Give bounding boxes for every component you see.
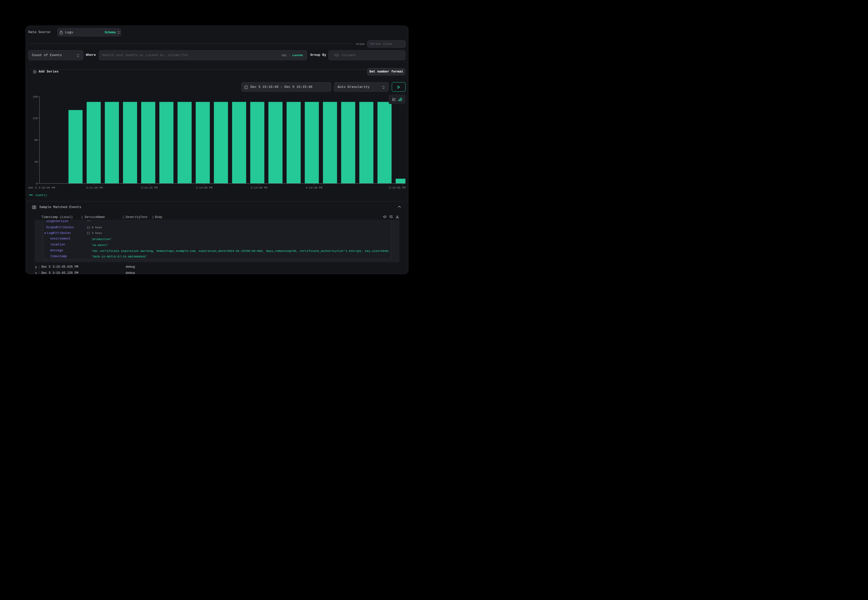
svg-text:0: 0 [36,182,38,185]
svg-text:40: 40 [34,161,38,164]
svg-text:3:13:00 PM: 3:13:00 PM [196,186,212,189]
svg-text:3:12:15 PM: 3:12:15 PM [141,186,158,189]
svg-text:3:11:30 PM: 3:11:30 PM [86,186,103,189]
svg-text:120: 120 [33,117,38,120]
svg-text:3:13:45 PM: 3:13:45 PM [251,186,268,189]
svg-text:Dec 5 3:10:45 PM: Dec 5 3:10:45 PM [29,186,55,189]
svg-text:80: 80 [34,139,38,142]
svg-text:count(): count() [35,194,47,197]
svg-text:160: 160 [33,95,38,98]
svg-text:3:14:30 PM: 3:14:30 PM [306,186,322,189]
svg-text:3:15:45 PM: 3:15:45 PM [389,186,406,189]
